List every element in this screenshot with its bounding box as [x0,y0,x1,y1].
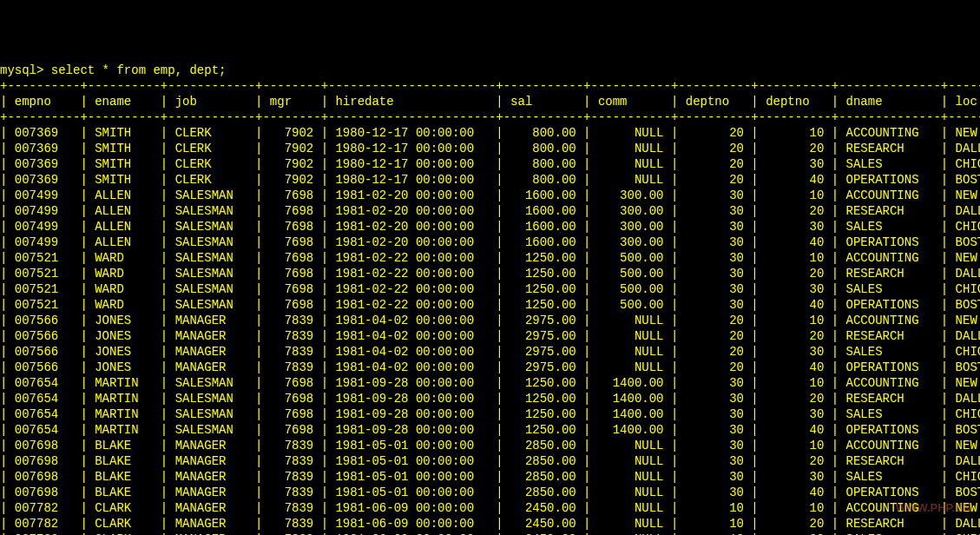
query-result-table: +----------+----------+------------+----… [0,79,980,535]
mysql-prompt: mysql> [0,63,51,77]
sql-query: select * from emp, dept; [51,63,227,77]
mysql-terminal[interactable]: mysql> select * from emp, dept; +-------… [0,63,980,535]
